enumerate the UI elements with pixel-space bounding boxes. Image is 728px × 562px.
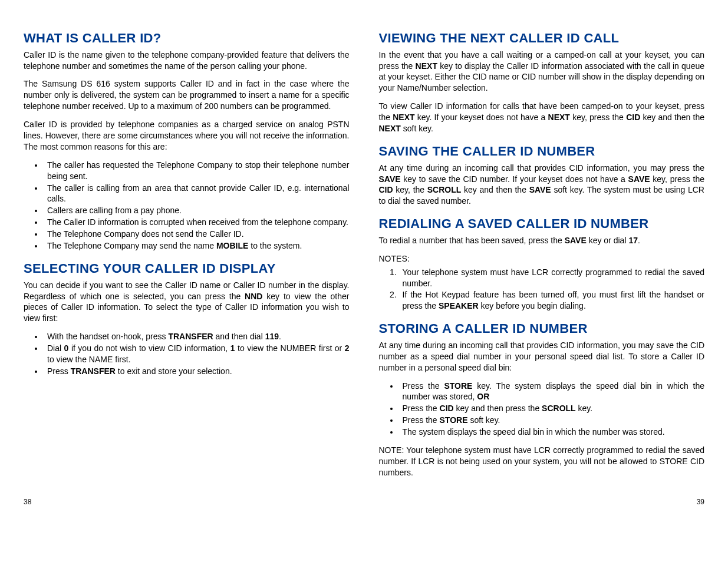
notes-label: NOTES:	[379, 253, 705, 265]
paragraph: At any time during an incoming call that…	[379, 340, 705, 373]
storing-steps: Press the STORE key. The system displays…	[379, 381, 705, 438]
note-paragraph: NOTE: Your telephone system must have LC…	[379, 445, 705, 478]
page-number-left: 38	[24, 497, 350, 507]
list-item: The system displays the speed dial bin i…	[399, 427, 705, 438]
list-item: Dial 0 if you do not wish to view CID in…	[44, 343, 350, 365]
paragraph: To redial a number that has been saved, …	[379, 235, 705, 246]
paragraph: Caller ID is provided by telephone compa…	[24, 119, 350, 153]
paragraph: To view Caller ID information for calls …	[379, 101, 705, 134]
list-item: Press the CID key and then press the SCR…	[399, 403, 705, 414]
list-item: Press TRANSFER to exit and store your se…	[44, 366, 350, 377]
heading-viewing-next: VIEWING THE NEXT CALLER ID CALL	[379, 29, 705, 47]
list-item: With the handset on-hook, press TRANSFER…	[44, 331, 350, 342]
heading-redialing: REDIALING A SAVED CALLER ID NUMBER	[379, 215, 705, 233]
right-column: VIEWING THE NEXT CALLER ID CALL In the e…	[379, 29, 705, 507]
list-item: The Telephone Company does not send the …	[44, 229, 350, 240]
left-column: WHAT IS CALLER ID? Caller ID is the name…	[24, 29, 350, 507]
right-body: VIEWING THE NEXT CALLER ID CALL In the e…	[379, 29, 705, 485]
heading-what-is-caller-id: WHAT IS CALLER ID?	[24, 29, 350, 47]
list-item: The caller is calling from an area that …	[44, 183, 350, 205]
left-body: WHAT IS CALLER ID? Caller ID is the name…	[24, 29, 350, 485]
heading-storing: STORING A CALLER ID NUMBER	[379, 320, 705, 338]
list-item: The Caller ID information is corrupted w…	[44, 217, 350, 228]
steps-list: With the handset on-hook, press TRANSFER…	[24, 331, 350, 377]
page-number-right: 39	[379, 497, 705, 507]
paragraph: At any time during an incoming call that…	[379, 163, 705, 207]
notes-list: Your telephone system must have LCR corr…	[379, 267, 705, 312]
list-item: Your telephone system must have LCR corr…	[399, 267, 705, 289]
list-item: The caller has requested the Telephone C…	[44, 160, 350, 182]
list-item: Press the STORE soft key.	[399, 415, 705, 426]
list-item: The Telephone Company may send the name …	[44, 240, 350, 252]
list-item: Press the STORE key. The system displays…	[399, 381, 705, 403]
heading-selecting-display: SELECTING YOUR CALLER ID DISPLAY	[24, 260, 350, 277]
paragraph: Caller ID is the name given to the telep…	[24, 49, 350, 72]
heading-saving: SAVING THE CALLER ID NUMBER	[379, 143, 705, 160]
paragraph: The Samsung DS 616 system supports Calle…	[24, 78, 350, 112]
paragraph: In the event that you have a call waitin…	[379, 49, 705, 94]
paragraph: You can decide if you want to see the Ca…	[24, 280, 350, 325]
list-item: Callers are calling from a pay phone.	[44, 205, 350, 216]
list-item: If the Hot Keypad feature has been turne…	[399, 289, 705, 312]
reasons-list: The caller has requested the Telephone C…	[24, 160, 350, 252]
